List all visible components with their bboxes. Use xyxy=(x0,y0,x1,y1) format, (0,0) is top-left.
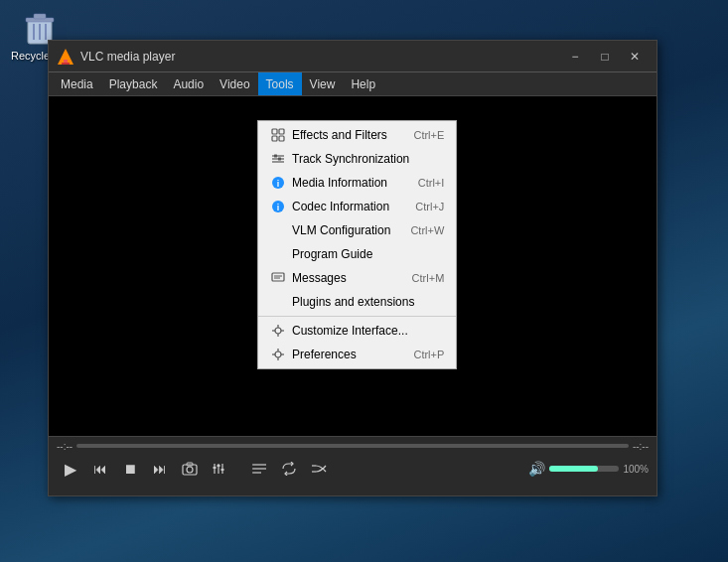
svg-rect-2 xyxy=(34,14,46,19)
progress-bar-area: --:-- --:-- xyxy=(49,437,656,451)
menu-item-messages[interactable]: Messages Ctrl+M xyxy=(258,266,456,290)
next-button[interactable]: ⏭ xyxy=(146,457,174,481)
svg-point-25 xyxy=(275,328,281,334)
media-info-shortcut: Ctrl+I xyxy=(418,177,445,189)
vlc-icon xyxy=(57,48,74,66)
effects-icon xyxy=(270,127,286,143)
svg-rect-43 xyxy=(221,469,224,471)
plugins-label: Plugins and extensions xyxy=(292,295,424,309)
snapshot-button[interactable] xyxy=(176,457,204,481)
svg-text:i: i xyxy=(277,203,280,212)
menu-item-plugins[interactable]: Plugins and extensions xyxy=(258,290,456,314)
program-guide-label: Program Guide xyxy=(292,247,424,261)
svg-rect-11 xyxy=(272,136,277,141)
close-button[interactable]: ✕ xyxy=(621,46,649,68)
program-guide-icon xyxy=(270,246,286,262)
media-info-label: Media Information xyxy=(292,176,398,190)
menu-bar: Media Playback Audio Video Tools View He… xyxy=(49,72,656,96)
messages-label: Messages xyxy=(292,271,392,285)
menu-view[interactable]: View xyxy=(302,72,344,95)
play-button[interactable]: ▶ xyxy=(57,457,84,481)
time-elapsed: --:-- xyxy=(57,441,73,452)
effects-filters-shortcut: Ctrl+E xyxy=(413,129,444,141)
plugins-icon xyxy=(270,294,286,310)
track-sync-label: Track Synchronization xyxy=(292,152,424,166)
codec-info-label: Codec Information xyxy=(292,200,395,213)
menu-playback[interactable]: Playback xyxy=(101,72,166,95)
codec-info-shortcut: Ctrl+J xyxy=(415,201,444,212)
menu-item-vlm-config[interactable]: VLM Configuration Ctrl+W xyxy=(258,218,456,242)
menu-tools[interactable]: Tools xyxy=(258,72,302,95)
messages-shortcut: Ctrl+M xyxy=(412,272,445,284)
volume-area: 🔊 100% xyxy=(528,461,649,477)
menu-media[interactable]: Media xyxy=(53,72,101,95)
svg-rect-16 xyxy=(274,155,277,158)
preferences-shortcut: Ctrl+P xyxy=(413,349,444,360)
media-info-icon: i xyxy=(270,175,286,191)
maximize-button[interactable]: □ xyxy=(591,46,619,68)
svg-text:i: i xyxy=(277,179,280,189)
title-bar-buttons: − □ ✕ xyxy=(561,46,649,68)
svg-rect-41 xyxy=(214,467,217,469)
menu-item-preferences[interactable]: Preferences Ctrl+P xyxy=(258,343,456,366)
svg-rect-10 xyxy=(279,129,284,134)
control-buttons: ▶ ⏮ ⏹ ⏭ 🔊 xyxy=(49,451,656,487)
progress-track[interactable] xyxy=(76,444,629,448)
tools-dropdown-menu: Effects and Filters Ctrl+E Track Synchro… xyxy=(257,120,457,369)
shuffle-button[interactable] xyxy=(305,457,333,481)
volume-fill xyxy=(549,466,598,472)
menu-separator xyxy=(258,316,456,317)
menu-video[interactable]: Video xyxy=(212,72,257,95)
svg-point-30 xyxy=(275,351,281,357)
playlist-button[interactable] xyxy=(245,457,273,481)
svg-rect-17 xyxy=(278,158,281,161)
vlm-config-shortcut: Ctrl+W xyxy=(410,224,444,236)
preferences-icon xyxy=(270,347,286,362)
track-sync-icon xyxy=(270,151,286,167)
minimize-button[interactable]: − xyxy=(561,46,589,68)
vlm-icon xyxy=(270,222,286,238)
menu-item-track-sync[interactable]: Track Synchronization xyxy=(258,147,456,171)
volume-bar[interactable] xyxy=(549,466,619,472)
equalizer-button[interactable] xyxy=(206,457,233,481)
effects-filters-label: Effects and Filters xyxy=(292,128,393,142)
svg-rect-22 xyxy=(272,273,284,281)
time-total: --:-- xyxy=(633,441,649,452)
menu-item-program-guide[interactable]: Program Guide xyxy=(258,242,456,266)
messages-icon xyxy=(270,270,286,286)
title-bar: VLC media player − □ ✕ xyxy=(49,41,656,72)
codec-info-icon: i xyxy=(270,199,286,214)
svg-point-36 xyxy=(187,467,193,473)
prev-button[interactable]: ⏮ xyxy=(86,457,114,481)
volume-percent: 100% xyxy=(623,464,649,475)
loop-button[interactable] xyxy=(275,457,303,481)
vlm-config-label: VLM Configuration xyxy=(292,223,390,237)
preferences-label: Preferences xyxy=(292,348,393,361)
customize-label: Customize Interface... xyxy=(292,324,424,338)
menu-item-effects-filters[interactable]: Effects and Filters Ctrl+E xyxy=(258,123,456,147)
svg-rect-42 xyxy=(218,465,220,467)
stop-button[interactable]: ⏹ xyxy=(116,457,144,481)
customize-icon xyxy=(270,323,286,339)
window-title: VLC media player xyxy=(80,50,561,64)
menu-item-media-info[interactable]: i Media Information Ctrl+I xyxy=(258,171,456,195)
svg-rect-8 xyxy=(62,63,70,65)
vlc-window: VLC media player − □ ✕ Media Playback Au… xyxy=(48,40,657,496)
svg-rect-12 xyxy=(279,136,284,141)
menu-audio[interactable]: Audio xyxy=(165,72,212,95)
svg-rect-9 xyxy=(272,129,277,134)
menu-item-customize[interactable]: Customize Interface... xyxy=(258,319,456,343)
controls-bar: --:-- --:-- ▶ ⏮ ⏹ ⏭ xyxy=(49,436,656,495)
menu-help[interactable]: Help xyxy=(343,72,383,95)
volume-icon: 🔊 xyxy=(528,461,545,477)
menu-item-codec-info[interactable]: i Codec Information Ctrl+J xyxy=(258,195,456,218)
